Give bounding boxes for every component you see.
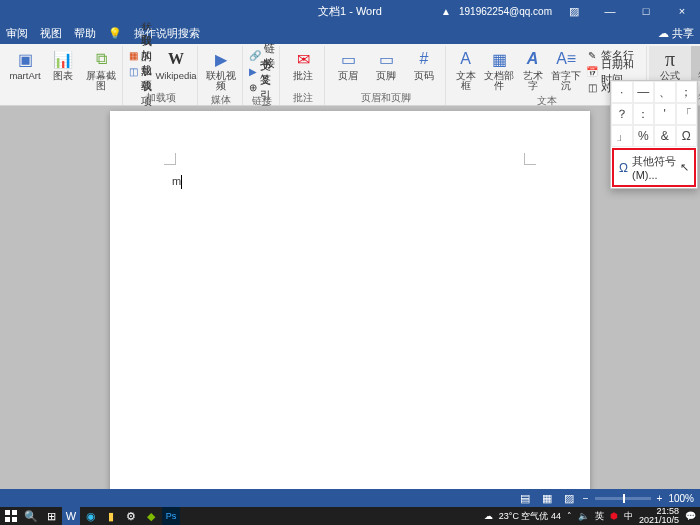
clock-date[interactable]: 2021/10/5 [639,516,679,525]
taskbar: 🔍 ⊞ W ◉ ▮ ⚙ ◆ Ps ☁ 23°C 空气优 44 ˄ 🔈 英 ⬢ 中… [0,507,700,525]
svg-rect-2 [5,517,10,522]
datetime-button[interactable]: 📅日期和时间 [586,64,642,79]
warning-icon: ▲ [441,6,451,17]
minimize-button[interactable]: — [596,1,624,21]
symbol-cell[interactable]: — [633,81,655,103]
symbol-dropdown: · — 、 ； ？ ： ' 「 」 % & Ω Ω 其他符号(M)... ↖ [610,80,698,189]
tray-icon[interactable]: ⬢ [610,512,618,521]
symbol-cell[interactable]: ' [654,103,676,125]
group-addins: ▦获取加载项 ◫我的加载项 WWikipedia 加载项 [125,46,198,105]
page[interactable]: m [110,111,590,489]
group-links: 🔗链接 ▶书签 ⊕交叉引用 链接 [245,46,280,105]
symbol-button[interactable]: Ω符号 [691,46,700,81]
tray-chevron-icon[interactable]: ˄ [567,512,572,521]
zoom-level[interactable]: 100% [668,493,694,504]
equation-button[interactable]: π公式 [653,46,687,81]
symbol-cell[interactable]: 」 [611,125,633,147]
photoshop-icon[interactable]: Ps [162,507,180,525]
explorer-icon[interactable]: ▮ [102,507,120,525]
group-comments: ✉批注 批注 [282,46,325,105]
account-email[interactable]: 191962254@qq.com [459,6,552,17]
tab-review[interactable]: 审阅 [6,26,28,41]
maximize-button[interactable]: □ [632,1,660,21]
footer-button[interactable]: ▭页脚 [369,46,403,81]
svg-rect-3 [12,517,17,522]
app-icon[interactable]: ◆ [142,507,160,525]
document-area: m [0,106,700,489]
word-taskbar-icon[interactable]: W [62,507,80,525]
pagenum-button[interactable]: #页码 [407,46,441,81]
symbol-cell[interactable]: Ω [676,125,698,147]
status-bar: ▤ ▦ ▨ − + 100% [0,489,700,507]
symbol-cell[interactable]: ： [633,103,655,125]
symbol-cell[interactable]: 、 [654,81,676,103]
group-media: ▶联机视频 媒体 [200,46,243,105]
comment-button[interactable]: ✉批注 [286,46,320,81]
my-addins-button[interactable]: ◫我的加载项 [129,64,155,79]
ribbon: ▣martArt 📊图表 ⧉屏幕截图 ▦获取加载项 ◫我的加载项 WWikipe… [0,44,700,106]
wikipedia-button[interactable]: WWikipedia [159,46,193,81]
margin-mark-tr [524,153,536,165]
weather-text[interactable]: 23°C 空气优 44 [499,512,561,521]
wordart-button[interactable]: A艺术字 [519,46,546,92]
weather-icon[interactable]: ☁ [484,512,493,521]
margin-mark-tl [164,153,176,165]
svg-rect-1 [12,510,17,515]
smartart-button[interactable]: ▣martArt [8,46,42,81]
search-icon[interactable]: 🔍 [22,507,40,525]
omega-icon: Ω [619,161,628,175]
online-video-button[interactable]: ▶联机视频 [204,46,238,92]
settings-icon[interactable]: ⚙ [122,507,140,525]
ribbon-options-icon[interactable]: ▨ [560,1,588,21]
printlayout-icon[interactable]: ▦ [539,491,555,505]
symbol-cell[interactable]: % [633,125,655,147]
chart-button[interactable]: 📊图表 [46,46,80,81]
svg-rect-0 [5,510,10,515]
ime1[interactable]: 英 [595,512,604,521]
group-illustrations: ▣martArt 📊图表 ⧉屏幕截图 [4,46,123,105]
zoom-in[interactable]: + [657,493,663,504]
more-symbols-button[interactable]: Ω 其他符号(M)... ↖ [612,148,696,187]
zoom-out[interactable]: − [583,493,589,504]
tab-view[interactable]: 视图 [40,26,62,41]
zoom-slider[interactable] [595,497,651,500]
share-button[interactable]: ☁ 共享 [658,26,694,41]
taskview-icon[interactable]: ⊞ [42,507,60,525]
tab-help[interactable]: 帮助 [74,26,96,41]
symbol-cell[interactable]: ？ [611,103,633,125]
tray-icon[interactable]: 🔈 [578,512,589,521]
symbol-grid: · — 、 ； ？ ： ' 「 」 % & Ω [611,81,697,147]
edge-icon[interactable]: ◉ [82,507,100,525]
close-button[interactable]: × [668,1,696,21]
textbox-button[interactable]: A文本框 [452,46,479,92]
screenshot-button[interactable]: ⧉屏幕截图 [84,46,118,92]
start-button[interactable] [2,507,20,525]
page-content[interactable]: m [172,173,182,189]
cursor-icon: ↖ [680,161,689,174]
symbol-cell[interactable]: & [654,125,676,147]
weblayout-icon[interactable]: ▨ [561,491,577,505]
readmode-icon[interactable]: ▤ [517,491,533,505]
window-title: 文档1 - Word [318,4,382,19]
symbol-cell[interactable]: ； [676,81,698,103]
crossref-button[interactable]: ⊕交叉引用 [249,80,275,95]
parts-button[interactable]: ▦文档部件 [483,46,515,92]
notifications-icon[interactable]: 💬 [685,512,696,521]
group-header-footer: ▭页眉 ▭页脚 #页码 页眉和页脚 [327,46,446,105]
symbol-cell[interactable]: 「 [676,103,698,125]
title-bar: 文档1 - Word ▲ 191962254@qq.com ▨ — □ × [0,0,700,22]
symbol-cell[interactable]: · [611,81,633,103]
ime2[interactable]: 中 [624,512,633,521]
bulb-icon: 💡 [108,27,122,40]
menu-bar: 审阅 视图 帮助 💡 操作说明搜索 ☁ 共享 [0,22,700,44]
more-symbols-label: 其他符号(M)... [632,154,676,181]
header-button[interactable]: ▭页眉 [331,46,365,81]
dropcap-button[interactable]: A≡首字下沉 [550,46,582,92]
